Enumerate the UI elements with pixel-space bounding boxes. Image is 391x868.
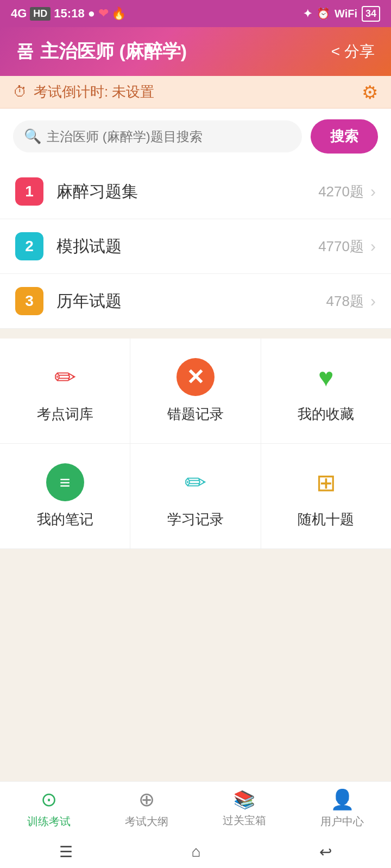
list-num-2: 2 xyxy=(15,232,43,260)
search-magnifier-icon: 🔍 xyxy=(24,128,41,145)
countdown-left: ⏱ 考试倒计时: 未设置 xyxy=(13,82,154,101)
status-left: 4G HD 15:18 ● ❤ 🔥 xyxy=(11,7,126,21)
content-area xyxy=(0,549,391,755)
search-input-wrap[interactable]: 🔍 xyxy=(13,120,302,152)
menu-button[interactable]: ☰ xyxy=(59,843,73,861)
status-bar: 4G HD 15:18 ● ❤ 🔥 ✦ ⏰ WiFi 34 xyxy=(0,0,391,27)
suiji-label: 随机十题 xyxy=(298,510,354,529)
share-button[interactable]: < 分享 xyxy=(331,41,375,62)
dot-icon: ● xyxy=(88,7,95,21)
search-button[interactable]: 搜索 xyxy=(311,119,378,154)
wrong-icon: ✕ xyxy=(176,358,215,396)
list-count-2: 4770题 xyxy=(318,237,364,256)
settings-icon[interactable]: ⚙ xyxy=(362,81,378,103)
grid-cell-kaodian[interactable]: ✏ 考点词库 xyxy=(0,339,130,444)
nav-item-treasure[interactable]: 📚 过关宝箱 xyxy=(195,782,293,835)
grid-cell-xuexi[interactable]: ✏ 学习记录 xyxy=(130,444,261,549)
list-item-3[interactable]: 3 历年试题 478题 › xyxy=(0,274,391,329)
bottom-nav: ⊙ 训练考试 ⊕ 考试大纲 📚 过关宝箱 👤 用户中心 xyxy=(0,781,391,835)
list-num-3: 3 xyxy=(15,287,43,315)
train-label: 训练考试 xyxy=(27,814,71,829)
list-label-2: 模拟试题 xyxy=(56,235,318,258)
signal-icon: 4G xyxy=(11,7,27,21)
treasure-icon: 📚 xyxy=(234,789,255,810)
user-icon: 👤 xyxy=(330,788,355,811)
countdown-label: 考试倒计时: 未设置 xyxy=(34,82,154,101)
list-item-1[interactable]: 1 麻醉习题集 4270题 › xyxy=(0,164,391,219)
nav-item-outline[interactable]: ⊕ 考试大纲 xyxy=(98,782,195,835)
countdown-banner: ⏱ 考试倒计时: 未设置 ⚙ xyxy=(0,76,391,108)
battery-indicator: 34 xyxy=(362,6,380,22)
list-item-2[interactable]: 2 模拟试题 4770题 › xyxy=(0,219,391,274)
grid-cell-shoucang[interactable]: ♥ 我的收藏 xyxy=(261,339,391,444)
train-icon: ⊙ xyxy=(41,788,57,811)
share-label: 分享 xyxy=(344,41,375,62)
grid-cell-biji[interactable]: ≡ 我的笔记 xyxy=(0,444,130,549)
clock-icon: ⏱ xyxy=(13,84,27,100)
status-right: ✦ ⏰ WiFi 34 xyxy=(303,6,380,22)
grid-row-2: ≡ 我的笔记 ✏ 学习记录 ⊞ 随机十题 xyxy=(0,444,391,549)
share-icon: < xyxy=(331,43,340,60)
grid-cell-suiji[interactable]: ⊞ 随机十题 xyxy=(261,444,391,549)
header: 품 主治医师 (麻醉学) < 分享 xyxy=(0,27,391,76)
nav-item-user[interactable]: 👤 用户中心 xyxy=(293,782,391,835)
user-label: 用户中心 xyxy=(320,814,364,829)
hd-badge: HD xyxy=(30,7,51,21)
cuoti-label: 错题记录 xyxy=(167,405,224,424)
chevron-right-icon-1: › xyxy=(370,182,376,201)
kaodian-label: 考点词库 xyxy=(37,405,93,424)
list-label-1: 麻醉习题集 xyxy=(56,181,318,203)
app-icon: 품 xyxy=(16,40,34,63)
heart-status-icon: ❤ xyxy=(98,7,108,21)
edit-icon: ✏ xyxy=(176,463,215,501)
wifi-icon: WiFi xyxy=(335,8,357,20)
home-button[interactable]: ⌂ xyxy=(192,843,201,860)
page-title: 主治医师 (麻醉学) xyxy=(40,39,187,64)
list-label-3: 历年试题 xyxy=(56,290,326,312)
binoculars-icon: ⊞ xyxy=(307,463,345,501)
time: 15:18 xyxy=(54,7,84,21)
chevron-right-icon-3: › xyxy=(370,292,376,310)
header-title-group: 품 主治医师 (麻醉学) xyxy=(16,39,187,64)
chevron-right-icon-2: › xyxy=(370,237,376,256)
system-nav: ☰ ⌂ ↩ xyxy=(0,835,391,868)
grid-cell-cuoti[interactable]: ✕ 错题记录 xyxy=(130,339,261,444)
grid-section: ✏ 考点词库 ✕ 错题记录 ♥ 我的收藏 ≡ 我的笔记 ✏ 学习记录 ⊞ 随机十… xyxy=(0,339,391,549)
xuexi-label: 学习记录 xyxy=(167,510,224,529)
search-input[interactable] xyxy=(47,129,291,144)
nav-item-train[interactable]: ⊙ 训练考试 xyxy=(0,782,98,835)
list-num-1: 1 xyxy=(15,177,43,206)
list-section: 1 麻醉习题集 4270题 › 2 模拟试题 4770题 › 3 历年试题 47… xyxy=(0,164,391,329)
list-count-1: 4270题 xyxy=(318,182,364,201)
heart-icon: ♥ xyxy=(307,358,345,396)
flame-icon: 🔥 xyxy=(111,7,126,21)
treasure-label: 过关宝箱 xyxy=(223,813,266,828)
search-bar: 🔍 搜索 xyxy=(0,108,391,164)
outline-icon: ⊕ xyxy=(138,788,155,811)
pencil-icon: ✏ xyxy=(46,358,84,396)
notes-icon: ≡ xyxy=(46,463,84,501)
outline-label: 考试大纲 xyxy=(125,814,168,829)
shoucang-label: 我的收藏 xyxy=(298,405,354,424)
list-count-3: 478题 xyxy=(326,292,364,311)
alarm-icon: ⏰ xyxy=(317,7,330,20)
biji-label: 我的笔记 xyxy=(37,510,93,529)
grid-row-1: ✏ 考点词库 ✕ 错题记录 ♥ 我的收藏 xyxy=(0,339,391,444)
bluetooth-icon: ✦ xyxy=(303,7,312,20)
back-button[interactable]: ↩ xyxy=(319,843,332,861)
